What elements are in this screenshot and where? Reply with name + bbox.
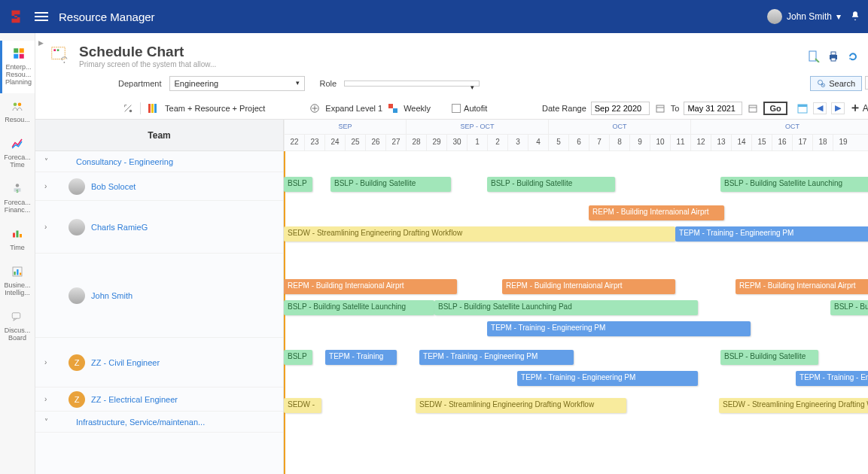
gantt-bar[interactable]: SEDW - Streamlining Engineering Drafting… <box>416 398 626 413</box>
svg-point-20 <box>64 62 65 63</box>
nav-discussion[interactable]: Discus... Board <box>0 304 35 349</box>
svg-rect-1 <box>19 48 23 53</box>
gantt-bar[interactable]: BSLP - Building Satellite Launching Pad <box>434 300 698 315</box>
calendar-to-icon[interactable] <box>747 102 759 114</box>
groupby-label[interactable]: Team + Resource + Project <box>165 104 265 113</box>
prev-arrow-icon[interactable]: ◀ <box>813 102 827 114</box>
calendar-from-icon[interactable] <box>654 102 666 114</box>
expand-icon[interactable] <box>309 102 321 114</box>
refresh-icon[interactable] <box>847 50 859 62</box>
svg-rect-14 <box>17 269 18 275</box>
next-arrow-icon[interactable]: ▶ <box>831 102 845 114</box>
svg-rect-15 <box>20 273 21 275</box>
hamburger-icon[interactable] <box>35 12 48 21</box>
gantt-bar[interactable]: TEPM - Training - Engineering PM <box>675 226 868 242</box>
team-name-link[interactable]: Charls RamieG <box>91 223 148 232</box>
expand-chevron-icon[interactable]: › <box>44 395 53 403</box>
schedule-icon <box>50 46 72 67</box>
gantt-bar[interactable]: REPM - Building Internaional Airprt <box>589 205 724 220</box>
gantt-bar[interactable]: SEDW - <box>284 398 321 413</box>
gantt-bar[interactable]: BSLP - Building Satellite Launching <box>284 300 434 315</box>
avatar: Z <box>69 354 85 371</box>
expand-chevron-icon[interactable]: ˅ <box>44 418 53 426</box>
gantt-bar[interactable]: TEPM - Training - Engineering PM <box>487 321 751 336</box>
today-icon[interactable] <box>796 102 809 114</box>
gantt-bar[interactable]: BSLP <box>284 177 312 192</box>
svg-line-27 <box>822 84 824 86</box>
export-icon[interactable] <box>808 50 820 62</box>
page-title: Schedule Chart <box>79 44 216 60</box>
nav-erp[interactable]: Enterp... Resou... Planning <box>0 41 35 93</box>
day-header: 15 <box>751 135 772 150</box>
gantt-bar[interactable]: REPM - Building Internaional Airprt <box>502 279 675 294</box>
user-menu[interactable]: John Smith ▾ <box>767 9 841 24</box>
svg-rect-33 <box>151 104 154 113</box>
gantt-bar[interactable]: BSLP <box>284 350 312 365</box>
gantt-bar[interactable]: BSLP - Building Satellite <box>330 177 451 192</box>
team-name-link[interactable]: Bob Solocet <box>91 182 136 191</box>
day-header: 9 <box>629 135 650 150</box>
team-name-link[interactable]: John Smith <box>91 291 132 300</box>
day-header: 12 <box>690 135 711 150</box>
search-button[interactable]: Search <box>810 76 862 91</box>
nav-resources[interactable]: Resou... <box>0 93 35 131</box>
svg-rect-45 <box>798 105 807 107</box>
role-select[interactable] <box>344 81 480 87</box>
svg-rect-10 <box>17 231 19 238</box>
expand-chevron-icon[interactable]: › <box>44 223 53 231</box>
gantt-bar[interactable]: REPM - Building Internaional Airprt <box>284 279 457 294</box>
expand-chevron-icon[interactable]: › <box>44 182 53 190</box>
svg-rect-34 <box>154 104 157 113</box>
gantt-bar[interactable]: SEDW - Streamlining Engineering Drafting… <box>719 398 868 413</box>
gantt-bar[interactable]: BSLP - Bu <box>830 300 868 315</box>
expand-chevron-icon[interactable]: ˅ <box>44 157 53 166</box>
team-name-link[interactable]: ZZ - Civil Engineer <box>91 358 160 367</box>
clear-search-icon[interactable] <box>865 76 868 90</box>
nav-time[interactable]: Time <box>0 221 35 259</box>
autofit-checkbox[interactable] <box>452 104 461 113</box>
day-header: 6 <box>568 135 589 150</box>
gantt-bar[interactable]: TEPM - Training - Engine <box>796 371 868 386</box>
nav-forecast-time[interactable]: Foreca... Time <box>0 131 35 176</box>
team-person-row: ›ZZZ - Electrical Engineer <box>35 387 283 412</box>
period-label[interactable]: Weekly <box>404 104 431 113</box>
role-label: Role <box>320 79 337 88</box>
gantt-bar[interactable]: TEPM - Training - Engineering PM <box>419 350 574 365</box>
gantt-bar[interactable]: TEPM - Training <box>325 350 397 365</box>
team-name-link[interactable]: Consultancy - Engineering <box>76 157 173 166</box>
gantt-bar[interactable]: BSLP - Building Satellite <box>487 177 615 192</box>
nav-forecast-finance[interactable]: $ Foreca... Financ... <box>0 176 35 221</box>
team-name-link[interactable]: Infrastructure, Service/maintenan... <box>76 418 205 427</box>
go-button[interactable]: Go <box>763 102 787 115</box>
expand-level-label[interactable]: Expand Level 1 <box>325 104 382 113</box>
day-header: 3 <box>507 135 528 150</box>
svg-rect-11 <box>20 234 22 238</box>
sidebar-expand-icon[interactable]: ▶ <box>38 39 44 47</box>
day-header: 22 <box>284 135 304 150</box>
day-header: 28 <box>406 135 426 150</box>
date-from-input[interactable] <box>591 102 650 115</box>
day-header: 10 <box>650 135 670 150</box>
gantt-bar[interactable]: REPM - Building Internaional Airprt <box>736 279 868 294</box>
svg-rect-3 <box>19 54 23 59</box>
tools-icon[interactable] <box>122 102 134 114</box>
gantt-bar[interactable]: BSLP - Building Satellite Launching <box>720 177 868 192</box>
day-header: 11 <box>670 135 690 150</box>
nav-bi[interactable]: Busine... Intellig... <box>0 259 35 304</box>
expand-chevron-icon[interactable]: › <box>44 358 53 366</box>
gantt-bar[interactable]: BSLP - Building Satellite <box>720 350 818 365</box>
add-button[interactable]: ＋Add <box>849 100 868 116</box>
gantt-bar[interactable]: SEDW - Streamlining Engineering Drafting… <box>284 226 675 242</box>
day-header: 14 <box>731 135 751 150</box>
gantt-bar[interactable]: TEPM - Training - Engineering PM <box>517 371 698 386</box>
team-name-link[interactable]: ZZ - Electrical Engineer <box>91 395 178 404</box>
team-person-row: ›Bob Solocet <box>35 172 283 201</box>
bell-icon[interactable] <box>850 11 860 23</box>
department-select[interactable]: Engineering <box>169 76 305 91</box>
day-header: 18 <box>812 135 833 150</box>
user-name: John Smith <box>787 11 832 22</box>
day-header: 23 <box>304 135 324 150</box>
day-header: 2 <box>487 135 507 150</box>
print-icon[interactable] <box>827 50 839 62</box>
date-to-input[interactable] <box>684 102 742 115</box>
